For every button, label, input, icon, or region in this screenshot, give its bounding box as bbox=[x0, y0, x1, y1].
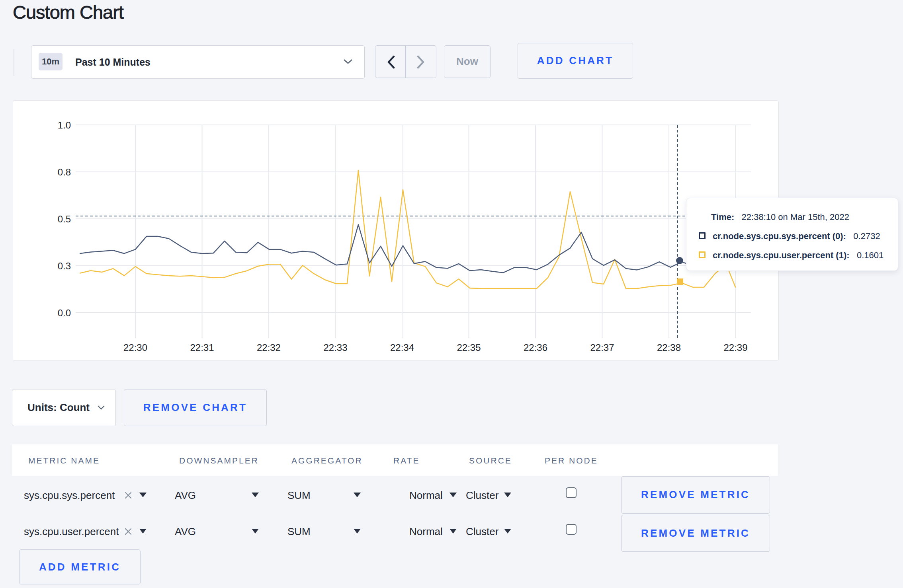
svg-text:22:30: 22:30 bbox=[123, 342, 147, 353]
svg-text:0.3: 0.3 bbox=[58, 261, 71, 271]
svg-text:22:33: 22:33 bbox=[323, 342, 347, 353]
svg-text:0.5: 0.5 bbox=[58, 214, 71, 224]
svg-text:22:39: 22:39 bbox=[723, 342, 747, 353]
svg-text:22:36: 22:36 bbox=[524, 342, 547, 353]
svg-text:22:37: 22:37 bbox=[590, 342, 614, 353]
svg-text:22:35: 22:35 bbox=[457, 342, 481, 353]
svg-text:0.8: 0.8 bbox=[58, 167, 71, 177]
svg-text:22:34: 22:34 bbox=[390, 342, 414, 353]
svg-text:22:32: 22:32 bbox=[257, 342, 281, 353]
svg-text:22:38: 22:38 bbox=[657, 342, 681, 353]
svg-text:0.0: 0.0 bbox=[58, 308, 71, 318]
svg-text:1.0: 1.0 bbox=[58, 120, 71, 130]
svg-text:22:31: 22:31 bbox=[190, 342, 214, 353]
